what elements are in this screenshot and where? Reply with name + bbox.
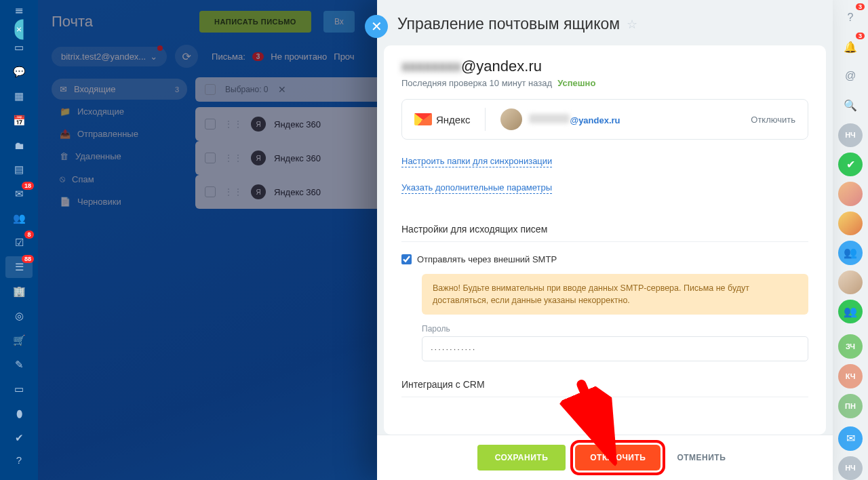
sender-avatar-icon: Я — [251, 151, 266, 165]
page-title: Почта — [52, 13, 187, 31]
nav-groups-icon[interactable]: ▦ — [5, 85, 33, 107]
drag-icon[interactable]: ⋮⋮ — [224, 153, 243, 163]
nav-feed-icon[interactable]: ▭ — [5, 37, 33, 58]
compose-button[interactable]: НАПИСАТЬ ПИСЬМО — [199, 11, 311, 33]
user-initials[interactable]: КЧ — [838, 364, 863, 388]
extra-params-link[interactable]: Указать дополнительные параметры — [401, 182, 552, 194]
chevron-down-icon: ⌄ — [150, 52, 157, 62]
disconnect-link[interactable]: Отключить — [751, 115, 795, 125]
sender-name: Яндекс 360 — [274, 153, 321, 163]
drag-icon[interactable]: ⋮⋮ — [224, 119, 243, 129]
nav-calendar-icon[interactable]: 📅 — [5, 110, 33, 132]
message-checkbox[interactable] — [205, 153, 216, 163]
group-icon[interactable]: 👥 — [838, 241, 863, 264]
provider-box: Яндекс @yandex.ru Отключить — [401, 99, 808, 140]
user-avatar[interactable]: НЧ — [838, 123, 863, 147]
contact-avatar[interactable] — [838, 182, 863, 205]
yandex-logo: Яндекс — [414, 113, 470, 125]
password-input[interactable] — [422, 336, 808, 361]
folder-item[interactable]: 📄Черновики — [52, 191, 187, 212]
clear-selection-icon[interactable]: ✕ — [278, 84, 286, 95]
user-avatar-icon — [500, 108, 522, 130]
nav-stream-icon[interactable]: ☰88 — [5, 256, 33, 278]
envelope-icon — [414, 113, 432, 125]
user-initials[interactable]: ЗЧ — [838, 334, 863, 359]
refresh-icon: ⟳ — [182, 50, 191, 63]
nav-check-icon[interactable]: ✔ — [5, 427, 33, 449]
filter-unread[interactable]: Не прочитано — [271, 52, 327, 62]
nav-drive-icon[interactable]: ▤ — [5, 159, 33, 180]
folder-item[interactable]: ✉Входящие3 — [52, 79, 187, 100]
user-initials[interactable]: ПН — [838, 394, 863, 418]
nav-people-icon[interactable]: 👥 — [5, 207, 33, 229]
nav-chat-icon[interactable]: 💬 — [5, 61, 33, 83]
nav-sign-icon[interactable]: ✎ — [5, 354, 33, 376]
folder-icon: 📄 — [60, 197, 71, 207]
folder-label: Входящие — [74, 84, 116, 94]
folder-item[interactable]: ⦸Спам — [52, 168, 187, 190]
menu-icon[interactable]: ≡ — [0, 4, 38, 17]
nav-card-icon[interactable]: ▭ — [5, 378, 33, 400]
account-selector[interactable]: bitrix.test2@yandex... ⌄ — [52, 47, 167, 66]
bell-icon[interactable]: 🔔3 — [838, 35, 863, 58]
mailbox-email: xxxxxxxx@yandex.ru — [401, 58, 808, 75]
left-nav-rail: ≡ ✕ ▭ 💬 ▦ 📅 🖿 ▤ ✉18 👥 ☑8 ☰88 🏢 ◎ 🛒 ✎ ▭ ⬮… — [0, 0, 38, 480]
save-button[interactable]: СОХРАНИТЬ — [477, 445, 566, 471]
smtp-checkbox-row[interactable]: Отправлять через внешний SMTP — [401, 254, 808, 264]
contact-avatar[interactable] — [838, 271, 863, 294]
nav-help-icon[interactable]: ? — [5, 449, 33, 471]
folder-list: ✉Входящие3📁Исходящие📤Отправленные🗑Удален… — [52, 79, 187, 212]
task-check-icon[interactable]: ✔ — [838, 153, 863, 176]
search-icon[interactable]: 🔍 — [838, 94, 863, 117]
nav-tasks-icon[interactable]: ☑8 — [5, 232, 33, 254]
folder-item[interactable]: 🗑Удаленные — [52, 146, 187, 167]
sender-name: Яндекс 360 — [274, 187, 321, 197]
filter-read[interactable]: Проч — [334, 52, 354, 62]
contact-avatar[interactable] — [838, 212, 863, 235]
folder-icon: 📤 — [60, 129, 71, 139]
select-all-checkbox[interactable] — [205, 84, 216, 95]
sender-avatar-icon: Я — [251, 184, 266, 199]
smtp-warning: Важно! Будьте внимательны при вводе данн… — [422, 274, 808, 315]
smtp-checkbox[interactable] — [401, 254, 412, 264]
smtp-checkbox-label: Отправлять через внешний SMTP — [417, 254, 557, 264]
sender-avatar-icon: Я — [251, 117, 266, 132]
folder-item[interactable]: 📤Отправленные — [52, 123, 187, 144]
nav-shop-icon[interactable]: 🛒 — [5, 329, 33, 351]
nav-sitemap-icon[interactable]: ⋔ — [5, 477, 33, 480]
drag-icon[interactable]: ⋮⋮ — [224, 186, 243, 197]
folder-icon: ✉ — [60, 84, 67, 94]
cancel-button[interactable]: ОТМЕНИТЬ — [670, 445, 732, 471]
star-icon[interactable]: ☆ — [627, 17, 637, 32]
message-icon[interactable]: ✉ — [838, 426, 863, 450]
right-rail: ?3 🔔3 @ 🔍 НЧ ✔ 👥 👥 ЗЧКЧПН ✉ НЧ — [833, 0, 868, 480]
sync-folders-link[interactable]: Настроить папки для синхронизации — [401, 156, 552, 167]
nav-android-icon[interactable]: ⬮ — [5, 403, 33, 424]
folder-label: Черновики — [77, 197, 121, 207]
folder-icon: 🗑 — [60, 151, 68, 161]
last-check-status: Последняя проверка 10 минут назадУспешно — [401, 78, 808, 88]
notification-dot-icon — [157, 45, 163, 51]
folder-item[interactable]: 📁Исходящие — [52, 101, 187, 122]
nav-mail-icon[interactable]: ✉18 — [5, 183, 33, 205]
outgoing-section-title: Настройки для исходящих писем — [401, 224, 808, 235]
help-icon[interactable]: ?3 — [838, 5, 863, 29]
user-initials[interactable]: НЧ — [838, 456, 863, 480]
nav-company-icon[interactable]: 🏢 — [5, 281, 33, 302]
at-icon[interactable]: @ — [838, 64, 863, 88]
message-checkbox[interactable] — [205, 119, 216, 129]
team-icon[interactable]: 👥 — [838, 300, 863, 323]
folder-label: Удаленные — [75, 151, 121, 161]
inbox-tab-button[interactable]: Вх — [323, 11, 355, 33]
selection-count: Выбрано: 0 — [225, 85, 269, 94]
nav-docs-icon[interactable]: 🖿 — [5, 134, 33, 156]
crm-section-title: Интеграция с CRM — [401, 379, 808, 390]
message-checkbox[interactable] — [205, 186, 216, 197]
close-panel-button[interactable]: ✕ — [365, 15, 388, 38]
refresh-button[interactable]: ⟳ — [175, 45, 198, 68]
folder-label: Исходящие — [77, 106, 124, 117]
folder-label: Отправленные — [77, 129, 138, 139]
nav-marketing-icon[interactable]: ◎ — [5, 305, 33, 327]
account-label: bitrix.test2@yandex... — [61, 52, 146, 62]
panel-title: Управление почтовым ящиком — [397, 15, 620, 33]
